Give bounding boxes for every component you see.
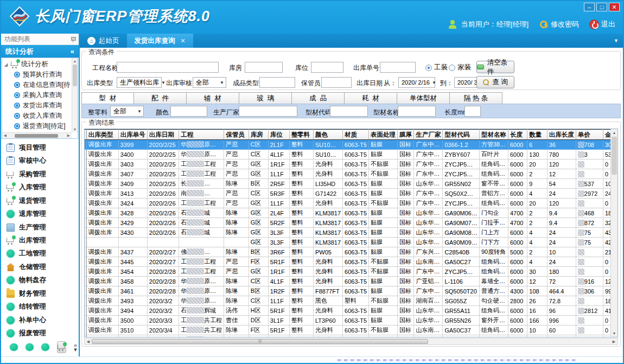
table-row[interactable]: 调拨出库34032020/2/25工工程严思G区1R1F整料光身料6063-T5… bbox=[85, 159, 617, 169]
grid-vertical-scrollbar[interactable]: ▲ ▼ bbox=[610, 129, 617, 337]
scroll-right-icon[interactable]: ▶ bbox=[610, 340, 617, 344]
table-row[interactable]: 调拨出库33992020/2/25华原…严思C区2L1F整料SU10…6063-… bbox=[85, 140, 617, 150]
tree-expander-icon[interactable]: ◢ bbox=[3, 62, 9, 67]
circle-icon[interactable] bbox=[10, 343, 18, 351]
column-header-保管员[interactable]: 保管员 bbox=[224, 130, 249, 140]
scroll-left-icon[interactable]: ◀ bbox=[2, 133, 8, 138]
tree-item-预算执行查询[interactable]: 预算执行查询 bbox=[3, 69, 71, 80]
column-header-材质[interactable]: 材质 bbox=[343, 130, 369, 140]
column-header-型材名称[interactable]: 型材名称 bbox=[479, 130, 508, 140]
close-tab-icon[interactable]: ✕ bbox=[181, 37, 186, 44]
column-header-工程[interactable]: 工程 bbox=[179, 130, 224, 140]
audit-select[interactable]: 全部▼ bbox=[193, 77, 226, 88]
column-header-单价[interactable]: 单价 bbox=[576, 130, 603, 140]
sidebar-item-采购管理[interactable]: 采购管理 bbox=[7, 168, 79, 181]
overflow-button[interactable]: »▾ bbox=[74, 343, 77, 352]
table-row[interactable]: 调拨出库34942020/3/2石辉城汤伟H区5R1F整料光身料6063-T5贴… bbox=[85, 306, 617, 316]
date-from-select[interactable]: 2020/ 2/16▼ bbox=[398, 77, 435, 88]
tab-list-caret-icon[interactable]: ▼ bbox=[614, 38, 619, 43]
column-header-出库日期[interactable]: 出库日期 bbox=[147, 130, 179, 140]
profile-code-input[interactable] bbox=[330, 106, 368, 117]
tree-item-收货入库查询[interactable]: 收货入库查询 bbox=[3, 111, 71, 121]
tree-vertical-scrollbar[interactable]: ▲ ▼ bbox=[72, 58, 78, 132]
pin-icon[interactable] bbox=[71, 36, 75, 42]
clear-conditions-button[interactable]: 清空条件 bbox=[476, 61, 514, 73]
sidebar-item-入库管理[interactable]: 入库管理 bbox=[7, 181, 79, 194]
circle-icon[interactable] bbox=[26, 343, 34, 351]
sidebar-item-项目管理[interactable]: 项目管理 bbox=[7, 141, 79, 154]
location-input[interactable] bbox=[311, 62, 343, 73]
column-header-整零料[interactable]: 整零料 bbox=[289, 130, 313, 140]
close-button[interactable]: ✕ bbox=[609, 3, 620, 11]
tree-item-在途信息查询[待[interactable]: 在途信息查询[待 bbox=[3, 80, 71, 90]
manufacturer-input[interactable] bbox=[239, 106, 297, 117]
radio-industrial[interactable]: 工装 bbox=[425, 63, 448, 72]
material-tab-单体型材[interactable]: 单体型材 bbox=[397, 92, 450, 104]
tab-起始页[interactable]: ⌂起始页 bbox=[80, 34, 127, 48]
scroll-right-icon[interactable]: ▶ bbox=[66, 133, 72, 138]
column-header-型材代码[interactable]: 型材代码 bbox=[443, 130, 480, 140]
tab-发货出库查询[interactable]: 发货出库查询✕ bbox=[127, 34, 193, 48]
scroll-down-icon[interactable]: ▼ bbox=[72, 126, 78, 132]
table-row[interactable]: G区3L3F整料KLM38176063-T5贴膜国标山东华…GA90M09…门下… bbox=[85, 238, 617, 247]
grid-horizontal-scrollbar[interactable]: ◀ ▶ bbox=[84, 338, 618, 345]
column-header-出库单号[interactable]: 出库单号 bbox=[118, 130, 147, 140]
circle-icon[interactable] bbox=[41, 343, 49, 351]
tree-root-statistics[interactable]: ◢统计分析 bbox=[3, 59, 71, 69]
tree-scroll-thumb[interactable] bbox=[73, 65, 77, 86]
table-row[interactable]: 调拨出库35002020/3/3工共工程曹佳D区3L1F整料LT3P606063… bbox=[85, 316, 617, 325]
sidebar-item-出库管理[interactable]: 出库管理 bbox=[7, 234, 79, 247]
profile-name-input[interactable] bbox=[398, 106, 436, 117]
project-name-input[interactable] bbox=[117, 62, 219, 73]
table-row[interactable]: 调拨出库34542020/2/28工工程严思G区1R1F整料光身料6063-T5… bbox=[85, 267, 617, 277]
sidebar-item-报废管理[interactable]: 报废管理 bbox=[7, 327, 79, 340]
table-row[interactable]: 调拨出库34072020/2/25工工程严思G区1L1F整料光身料6063-T5… bbox=[85, 169, 617, 179]
scroll-left-icon[interactable]: ◀ bbox=[85, 340, 92, 344]
whole-part-select[interactable]: 全部▼ bbox=[110, 106, 144, 117]
scroll-up-icon[interactable]: ▲ bbox=[611, 129, 617, 136]
radio-home[interactable]: 家装 bbox=[449, 63, 471, 72]
table-row[interactable]: 调拨出库34242020/2/26工工程严思G区1L1F整料光身料6063-T5… bbox=[85, 199, 617, 208]
table-row[interactable]: 调拨出库34132020/2/26南…严思C区5R3F整料G714226063-… bbox=[85, 189, 617, 199]
scroll-down-icon[interactable]: ▼ bbox=[611, 330, 617, 337]
table-row[interactable]: 调拨出库34292020/2/26石城陈琳G区5R2F整料KLM38176063… bbox=[85, 218, 617, 228]
cart-toolbar-button[interactable] bbox=[57, 341, 66, 353]
table-row[interactable]: 调拨出库35122020/3/4工共工程陈琳F区1L2F整料光身料6063-T5… bbox=[85, 335, 617, 338]
table-row[interactable]: 调拨出库34452020/2/27工工程严思F区5R1F整料光身料6063-T5… bbox=[85, 257, 617, 267]
grid-hscroll-thumb[interactable] bbox=[92, 339, 428, 344]
table-row[interactable]: 调拨出库34372020/2/27佛…陈琳B区3R6F整料PW056063-T5… bbox=[85, 247, 617, 257]
color-input[interactable] bbox=[170, 106, 207, 117]
sidebar-section-header[interactable]: 统计分析 « bbox=[1, 45, 79, 58]
material-tab-玻璃[interactable]: 玻 璃 bbox=[239, 92, 292, 104]
outbound-type-select[interactable]: 生产领料出库▼ bbox=[117, 77, 162, 88]
sidebar-item-审核中心[interactable]: 审核中心 bbox=[7, 154, 79, 167]
sidebar-item-工地管理[interactable]: 工地管理 bbox=[7, 247, 79, 260]
table-row[interactable]: 调拨出库34302020/2/26石城陈琳G区3L3F整料KLM38176063… bbox=[85, 228, 617, 238]
table-row[interactable]: 调拨出库34582020/2/28华原…陈琳C区4L1F整料光身料6063-T5… bbox=[85, 277, 617, 286]
tree-item-采购入库查询[interactable]: 采购入库查询 bbox=[3, 90, 71, 100]
column-header-表面处理[interactable]: 表面处理 bbox=[369, 130, 398, 140]
column-header-出库长度[interactable]: 出库长度 bbox=[547, 130, 576, 140]
logout-button[interactable]: 退出 bbox=[590, 20, 615, 29]
column-header-数量[interactable]: 数量 bbox=[527, 130, 547, 140]
keeper-input[interactable] bbox=[321, 77, 352, 88]
table-row[interactable]: 调拨出库34612020/2/28华原…陈琳B区1R2F整料F8877FT606… bbox=[85, 286, 617, 296]
table-row[interactable]: 调拨出库35102020/3/4工共工程陈琳F区5R1F整料光身料6063-T5… bbox=[85, 325, 617, 335]
tree-hscroll-thumb[interactable] bbox=[15, 134, 58, 138]
maximize-button[interactable]: □ bbox=[596, 3, 607, 11]
column-header-膜厚[interactable]: 膜厚 bbox=[398, 130, 414, 140]
product-type-input[interactable] bbox=[259, 77, 295, 88]
scroll-up-icon[interactable]: ▲ bbox=[72, 58, 78, 64]
sidebar-item-补单中心[interactable]: 补单中心 bbox=[7, 314, 79, 327]
sidebar-item-财务管理[interactable]: 财务管理 bbox=[7, 287, 79, 300]
order-no-input[interactable] bbox=[380, 62, 416, 73]
grid-scroll-thumb[interactable] bbox=[612, 137, 617, 175]
material-tab-辅材[interactable]: 辅 材 bbox=[187, 92, 239, 104]
tree-horizontal-scrollbar[interactable]: ◀ ▶ bbox=[2, 132, 72, 138]
material-tab-型材[interactable]: 型 材 bbox=[81, 92, 134, 104]
search-button[interactable]: 查 询 bbox=[476, 76, 514, 88]
sidebar-item-物料盘存[interactable]: 物料盘存 bbox=[7, 274, 79, 287]
table-row[interactable]: 调拨出库34002020/2/25华原…严思C区4L1F整料SU10…6063-… bbox=[85, 150, 617, 159]
material-tab-配件[interactable]: 配 件 bbox=[134, 92, 187, 104]
tree-item-退货查询[待定][interactable]: 退货查询[待定] bbox=[3, 121, 71, 131]
